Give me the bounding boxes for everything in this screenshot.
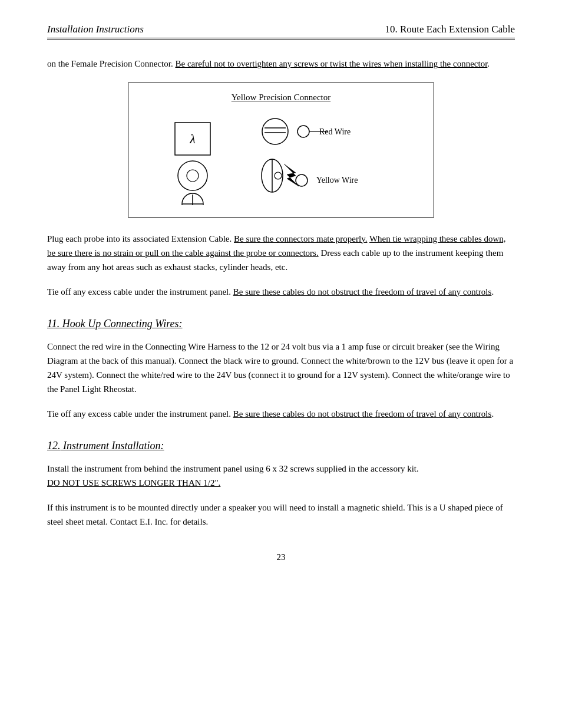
diagram-title: Yellow Precision Connector bbox=[140, 93, 422, 103]
body-paragraph-2: Tie off any excess cable under the instr… bbox=[47, 285, 515, 299]
s11-para2-end: . bbox=[491, 409, 494, 419]
section-11-para2: Tie off any excess cable under the instr… bbox=[47, 407, 515, 421]
section-11-para1: Connect the red wire in the Connecting W… bbox=[47, 340, 515, 396]
section-12: 12. Instrument Installation: Install the… bbox=[47, 440, 515, 529]
svg-point-2 bbox=[178, 161, 207, 190]
section-12-number: 12. bbox=[47, 440, 61, 452]
s12-para1-underline: DO NOT USE SCREWS LONGER THAN 1/2". bbox=[47, 478, 220, 487]
diagram-box: Yellow Precision Connector λ Red Wire bbox=[128, 83, 434, 218]
svg-text:λ: λ bbox=[189, 131, 196, 146]
intro-text-end: . bbox=[487, 59, 490, 68]
section-12-para1: Install the instrument from behind the i… bbox=[47, 462, 515, 490]
connector-diagram: λ Red Wire bbox=[157, 111, 405, 205]
section-11-number: 11. bbox=[47, 318, 59, 330]
svg-point-16 bbox=[296, 174, 308, 186]
section-11: 11. Hook Up Connecting Wires: Connect th… bbox=[47, 318, 515, 421]
header-right: 10. Route Each Extension Cable bbox=[385, 24, 515, 35]
svg-text:Yellow Wire: Yellow Wire bbox=[316, 176, 358, 185]
s11-para2-underline: Be sure these cables do not obstruct the… bbox=[233, 409, 492, 419]
para2-text1: Tie off any excess cable under the instr… bbox=[47, 287, 233, 297]
section-11-title: Hook Up Connecting Wires: bbox=[62, 318, 183, 330]
page-header: Installation Instructions 10. Route Each… bbox=[47, 24, 515, 39]
s12-para1-text1: Install the instrument from behind the i… bbox=[47, 464, 419, 473]
svg-point-10 bbox=[297, 126, 309, 137]
para2-end: . bbox=[491, 287, 494, 297]
section-11-heading: 11. Hook Up Connecting Wires: bbox=[47, 318, 515, 330]
page-number: 23 bbox=[47, 552, 515, 562]
s11-para2-text1: Tie off any excess cable under the instr… bbox=[47, 409, 233, 419]
svg-point-15 bbox=[275, 172, 282, 179]
body-paragraph-1: Plug each probe into its associated Exte… bbox=[47, 232, 515, 274]
intro-underline: Be careful not to overtighten any screws… bbox=[175, 59, 487, 68]
header-left: Installation Instructions bbox=[47, 24, 144, 35]
intro-paragraph: on the Female Precision Connector. Be ca… bbox=[47, 57, 515, 71]
section-12-title: Instrument Installation: bbox=[63, 440, 164, 452]
svg-point-7 bbox=[262, 118, 288, 144]
para1-underline1: Be sure the connectors mate properly. bbox=[234, 234, 367, 243]
para2-underline: Be sure these cables do not obstruct the… bbox=[233, 287, 492, 297]
page: Installation Instructions 10. Route Each… bbox=[0, 0, 562, 728]
para1-text1: Plug each probe into its associated Exte… bbox=[47, 234, 234, 243]
intro-text-start: on the Female Precision Connector. bbox=[47, 59, 175, 68]
section-12-heading: 12. Instrument Installation: bbox=[47, 440, 515, 452]
svg-point-3 bbox=[187, 170, 199, 182]
section-12-para2: If this instrument is to be mounted dire… bbox=[47, 500, 515, 529]
